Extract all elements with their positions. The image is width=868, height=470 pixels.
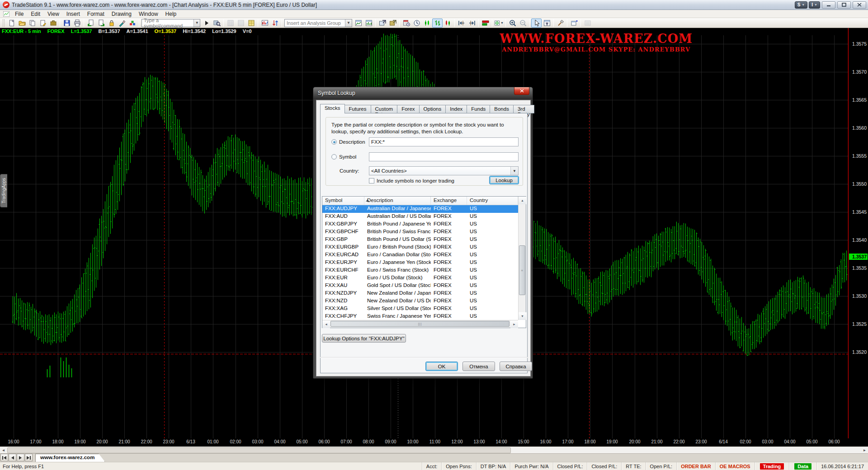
last-workspace-button[interactable] <box>25 454 33 461</box>
sort-icon[interactable] <box>270 19 280 28</box>
symbol-results-table[interactable]: SymbolDescriptionExchangeCountry FXX:AUD… <box>322 196 526 328</box>
chart-window-icon[interactable] <box>3 11 9 17</box>
session-icon[interactable] <box>401 19 411 28</box>
column-header-country[interactable]: Country <box>467 197 518 205</box>
first-workspace-button[interactable] <box>0 454 8 461</box>
tab-funds[interactable]: Funds <box>467 105 490 113</box>
analysis-window-icon[interactable] <box>363 19 374 28</box>
cancel-button[interactable]: Отмена <box>462 362 495 371</box>
maximize-button[interactable] <box>837 1 851 9</box>
tab-stocks[interactable]: Stocks <box>320 104 345 113</box>
minimize-button[interactable] <box>822 1 835 9</box>
chart-style-candle-icon[interactable] <box>422 19 432 28</box>
table-row[interactable]: FXX:NZDNew Zealand Dollar / US Dolla...F… <box>322 297 518 305</box>
symbol-command-combo[interactable]: Type a symbol/command▼ <box>142 19 200 27</box>
scroll-up-icon[interactable]: ▲ <box>519 197 526 204</box>
table-row[interactable]: FXX:EURCADEuro / Canadian Dollar (Stock)… <box>322 251 518 259</box>
close-button[interactable] <box>853 1 866 9</box>
tab-options[interactable]: Options <box>420 105 446 113</box>
symbol-lookup-icon[interactable] <box>212 19 222 28</box>
tab-futures[interactable]: Futures <box>345 105 371 113</box>
object-colors-icon[interactable] <box>127 19 137 28</box>
menu-window[interactable]: Window <box>135 10 162 18</box>
save-icon[interactable] <box>61 19 72 28</box>
auto-scale-icon[interactable]: ▼ <box>494 19 504 28</box>
chart-horizontal-scrollbar[interactable]: ◄ ► <box>0 446 868 453</box>
print-icon[interactable] <box>72 19 82 28</box>
table-row[interactable]: FXX:GBPCHFBritish Pound / Swiss Franc (S… <box>322 228 518 236</box>
back-icon[interactable] <box>85 19 96 28</box>
lock-icon[interactable] <box>106 19 117 28</box>
menu-insert[interactable]: Insert <box>63 10 84 18</box>
hscroll-thumb[interactable]: ||| <box>330 321 509 327</box>
menu-help[interactable]: Help <box>162 10 180 18</box>
price-axis[interactable]: 1.35751.35701.35651.35601.35551.35501.35… <box>849 28 868 446</box>
next-workspace-button[interactable] <box>17 454 24 461</box>
table-row[interactable]: FXX:GBPBritish Pound / US Dollar (Stock)… <box>322 236 518 244</box>
strategy-status-button[interactable]: S▼ <box>795 1 808 9</box>
table-row[interactable]: FXX:NZDJPYNew Zealand Dollar / Japanes..… <box>322 290 518 297</box>
indicator-status-button[interactable]: I▼ <box>809 1 820 9</box>
zoom-in-icon[interactable] <box>507 19 518 28</box>
table-row[interactable]: FXX:AUDJPYAustralian Dollar / Japanese Y… <box>322 205 518 213</box>
chart-style-line-icon[interactable] <box>443 19 453 28</box>
send-to-chart-icon[interactable] <box>377 19 387 28</box>
workspaces-icon[interactable] <box>27 19 38 28</box>
help-button[interactable]: Справка <box>500 362 532 371</box>
scroll-right-icon[interactable]: ► <box>861 447 868 453</box>
menu-drawing[interactable]: Drawing <box>108 10 135 18</box>
forward-icon[interactable] <box>96 19 106 28</box>
pointer-icon[interactable] <box>531 19 542 28</box>
tab-3rd-party[interactable]: 3rd Party <box>514 105 534 113</box>
symbol-input[interactable] <box>369 152 519 161</box>
lookup-button[interactable]: Lookup <box>489 176 519 184</box>
toolbar-handle[interactable] <box>3 19 5 27</box>
symbol-radio[interactable] <box>331 154 337 160</box>
analysis-group-combo[interactable]: Insert an Analysis Group▼ <box>284 19 352 27</box>
dialog-title-bar[interactable]: Symbol Lookup <box>313 87 533 99</box>
include-symbols-checkbox[interactable] <box>369 178 374 183</box>
share-chart-icon[interactable] <box>387 19 398 28</box>
tradingapps-tab[interactable]: TradingApps <box>0 174 7 207</box>
menu-format[interactable]: Format <box>84 10 108 18</box>
time-axis[interactable]: 16:0017:0018:0019:0020:0021:0022:0023:00… <box>0 438 849 446</box>
column-header-description[interactable]: Description <box>364 197 431 205</box>
hot-list-icon[interactable] <box>259 19 270 28</box>
ok-button[interactable]: OK <box>425 362 458 371</box>
table-row[interactable]: FXX:GBPJPYBritish Pound / Japanese Yen (… <box>322 221 518 228</box>
format-painter-icon[interactable] <box>117 19 127 28</box>
table-row[interactable]: FXX:AUDAustralian Dollar / US Dollar (St… <box>322 213 518 221</box>
scroll-left-icon[interactable]: ◄ <box>0 447 7 453</box>
table-row[interactable]: FXX:XAUGold Spot / US Dollar (Stock)FORE… <box>322 282 518 290</box>
table-row[interactable]: FXX:EURJPYEuro / Japanese Yen (Stock)FOR… <box>322 259 518 267</box>
apply-analysis-icon[interactable] <box>353 19 363 28</box>
scrollbar-thumb[interactable] <box>7 447 511 453</box>
menu-file[interactable]: File <box>11 10 27 18</box>
text-label-icon[interactable] <box>542 19 552 28</box>
chart-style-bars-icon[interactable] <box>432 19 443 28</box>
table-vertical-scrollbar[interactable]: ▲ ≡ ▼ <box>518 197 526 320</box>
tab-index[interactable]: Index <box>446 105 467 113</box>
expand-left-icon[interactable] <box>456 19 467 28</box>
drawing-tools-icon[interactable] <box>555 19 566 28</box>
table-horizontal-scrollbar[interactable]: ◄ ||| ► <box>322 320 518 328</box>
table-row[interactable]: FXX:XAGSilver Spot / US Dollar (Stock)FO… <box>322 305 518 313</box>
menu-view[interactable]: View <box>44 10 63 18</box>
order-bar-icon[interactable] <box>480 19 491 28</box>
prev-workspace-button[interactable] <box>9 454 16 461</box>
column-header-exchange[interactable]: Exchange <box>431 197 467 205</box>
table-row[interactable]: FXX:EUREuro / US Dollar (Stock)FOREXUS <box>322 274 518 282</box>
country-dropdown[interactable]: <All Countries> ▼ <box>369 166 519 175</box>
expand-right-icon[interactable] <box>467 19 477 28</box>
description-radio[interactable] <box>331 139 337 145</box>
scroll-right-icon[interactable]: ► <box>510 320 518 328</box>
tab-custom-futures[interactable]: Custom Futures <box>371 105 398 113</box>
tab-forex[interactable]: Forex <box>397 105 419 113</box>
scroll-down-icon[interactable]: ▼ <box>519 312 526 320</box>
menu-edit[interactable]: Edit <box>27 10 44 18</box>
new-indicator-icon[interactable] <box>569 19 579 28</box>
tab-bonds[interactable]: Bonds <box>490 105 514 113</box>
table-row[interactable]: FXX:EURGBPEuro / British Pound (Stock)FO… <box>322 244 518 251</box>
description-input[interactable] <box>369 137 519 146</box>
column-header-symbol[interactable]: Symbol <box>322 197 364 205</box>
